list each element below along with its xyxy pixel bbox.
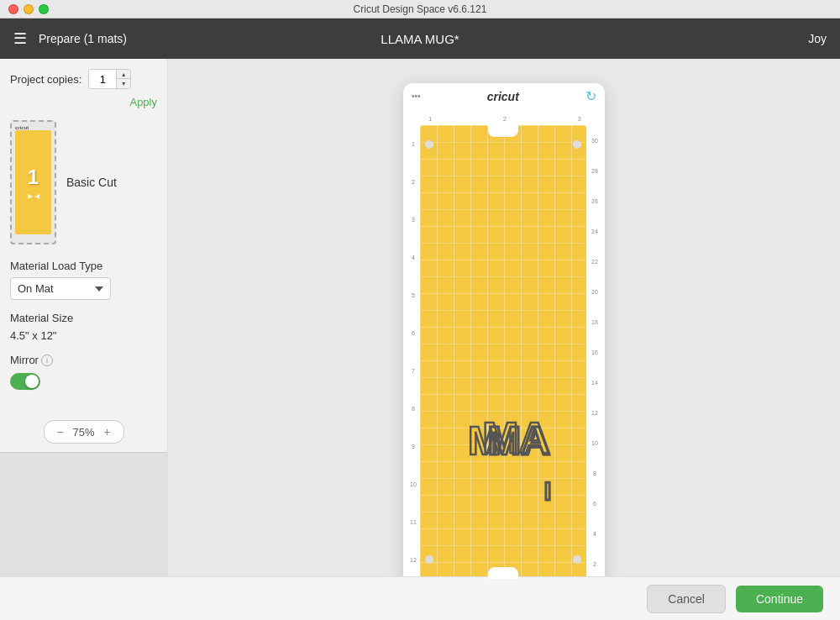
ruler-r-12: 12 [591, 410, 598, 416]
mat-top-notch [488, 125, 518, 137]
mat-surface: AM A M AM ˡ [420, 125, 586, 579]
ruler-r-4: 4 [593, 531, 596, 537]
ruler-l-2: 2 [412, 179, 415, 185]
ruler-r-22: 22 [591, 259, 598, 265]
ruler-r-6: 6 [593, 501, 596, 507]
cancel-button[interactable]: Cancel [647, 585, 726, 613]
material-load-label: Material Load Type [10, 260, 157, 272]
thumb-icon-2: ◀ [34, 192, 39, 200]
ruler-r-16: 16 [591, 349, 598, 355]
ruler-top-2: 2 [503, 115, 507, 125]
mat-thumb-inner: 1 ▶ ◀ [15, 130, 51, 234]
ruler-l-10: 10 [410, 481, 417, 487]
mat-preview-card: ••• cricut ↻ 1 2 3 [403, 83, 605, 596]
ruler-l-8: 8 [412, 406, 415, 412]
material-load-section: Material Load Type On Mat Without Mat [10, 260, 157, 300]
mat-preview-wrapper: ••• cricut ↻ 1 2 3 [403, 83, 605, 596]
mirror-toggle-row [10, 373, 157, 390]
zoom-in-button[interactable]: + [100, 424, 115, 439]
cut-type-label: Basic Cut [66, 176, 117, 189]
canvas-area: ••• cricut ↻ 1 2 3 [168, 59, 840, 620]
ruler-l-9: 9 [412, 444, 415, 449]
user-label: Joy [808, 32, 827, 45]
design-svg: AM A M AM ˡ [428, 394, 563, 520]
ruler-top-1: 1 [428, 115, 432, 125]
corner-bl [425, 555, 433, 564]
ruler-r-18: 18 [591, 319, 598, 325]
copies-arrows: ▲ ▼ [116, 70, 130, 88]
ruler-r-14: 14 [591, 380, 598, 386]
mat-thumbnail-wrap: cricut 1 ▶ ◀ Basic Cut [10, 120, 157, 244]
cricut-logo: cricut [487, 90, 519, 103]
zoom-out-button[interactable]: − [53, 424, 68, 439]
ruler-l-3: 3 [412, 217, 415, 223]
ruler-l-6: 6 [412, 330, 415, 336]
window-controls [8, 4, 49, 14]
thumb-icon-1: ▶ [28, 192, 33, 200]
project-copies-row: Project copies: ▲ ▼ [10, 69, 157, 89]
close-button[interactable] [8, 4, 18, 14]
copies-down-button[interactable]: ▼ [117, 79, 130, 88]
ruler-l-1: 1 [412, 141, 415, 147]
mat-card-header: ••• cricut ↻ [403, 83, 605, 109]
ruler-right: 30 28 26 24 22 20 18 16 14 12 10 8 6 4 2 [588, 125, 601, 579]
ruler-l-7: 7 [412, 368, 415, 374]
ruler-l-4: 4 [412, 255, 415, 260]
mat-thumbnail: cricut 1 ▶ ◀ [10, 120, 56, 244]
mat-dots[interactable]: ••• [412, 92, 421, 101]
project-title: LLAMA MUG* [381, 32, 459, 46]
toggle-slider [10, 373, 40, 390]
ruler-r-20: 20 [591, 289, 598, 295]
maximize-button[interactable] [39, 4, 49, 14]
ruler-l-5: 5 [412, 292, 415, 298]
ruler-l-12: 12 [410, 557, 417, 563]
main-layout: Project copies: ▲ ▼ Apply cricut 1 ▶ ◀ [0, 59, 840, 620]
ruler-left: 1 2 3 4 5 6 7 8 9 10 11 12 [407, 125, 420, 579]
ruler-r-30: 30 [591, 138, 598, 144]
ruler-r-2: 2 [593, 561, 596, 567]
mat-number: 1 [28, 166, 39, 189]
ruler-r-26: 26 [591, 198, 598, 204]
mirror-text: Mirror [10, 354, 39, 366]
mirror-section: Mirror i [10, 354, 157, 390]
refresh-icon[interactable]: ↻ [585, 88, 596, 104]
llama-text-group: ˡ [544, 478, 550, 519]
material-size-label: Material Size [10, 312, 157, 324]
mirror-label: Mirror i [10, 354, 157, 366]
menu-icon[interactable]: ☰ [13, 29, 27, 48]
material-size-value: 4.5" x 12" [10, 329, 157, 342]
apply-button[interactable]: Apply [10, 96, 157, 108]
title-bar: Cricut Design Space v6.6.121 [0, 0, 840, 18]
app-title: Cricut Design Space v6.6.121 [354, 3, 487, 15]
copies-input[interactable] [89, 70, 116, 88]
ruler-top-3: 3 [578, 115, 581, 125]
continue-button[interactable]: Continue [736, 586, 823, 612]
material-size-section: Material Size 4.5" x 12" [10, 312, 157, 342]
ruler-r-8: 8 [593, 470, 596, 476]
corner-tl [425, 140, 433, 149]
llama-second-row: ˡ [544, 478, 550, 519]
zoom-value: 75% [71, 426, 97, 439]
mat-thumb-icons: ▶ ◀ [28, 192, 39, 200]
mat-design: AM A M AM ˡ [428, 394, 563, 520]
minimize-button[interactable] [24, 4, 34, 14]
ruler-r-28: 28 [591, 168, 598, 174]
app-header: ☰ Prepare (1 mats) LLAMA MUG* Joy [0, 18, 840, 59]
corner-br [573, 555, 581, 564]
ruler-l-11: 11 [410, 519, 417, 525]
sidebar: Project copies: ▲ ▼ Apply cricut 1 ▶ ◀ [0, 59, 168, 620]
prepare-label: Prepare (1 mats) [39, 32, 127, 45]
mirror-info-icon[interactable]: i [41, 355, 53, 366]
ruler-r-10: 10 [591, 440, 598, 446]
ruler-r-24: 24 [591, 229, 598, 234]
am-text: AM [487, 418, 550, 463]
am-text-group: AM [487, 418, 550, 463]
ruler-top: 1 2 3 [428, 115, 581, 125]
material-load-select[interactable]: On Mat Without Mat [10, 277, 111, 300]
mat-bottom-notch [488, 567, 518, 579]
copies-input-wrap: ▲ ▼ [88, 69, 131, 89]
copies-up-button[interactable]: ▲ [117, 70, 130, 79]
project-copies-label: Project copies: [10, 73, 81, 86]
mirror-toggle[interactable] [10, 373, 40, 390]
zoom-control: − 75% + [44, 420, 124, 444]
